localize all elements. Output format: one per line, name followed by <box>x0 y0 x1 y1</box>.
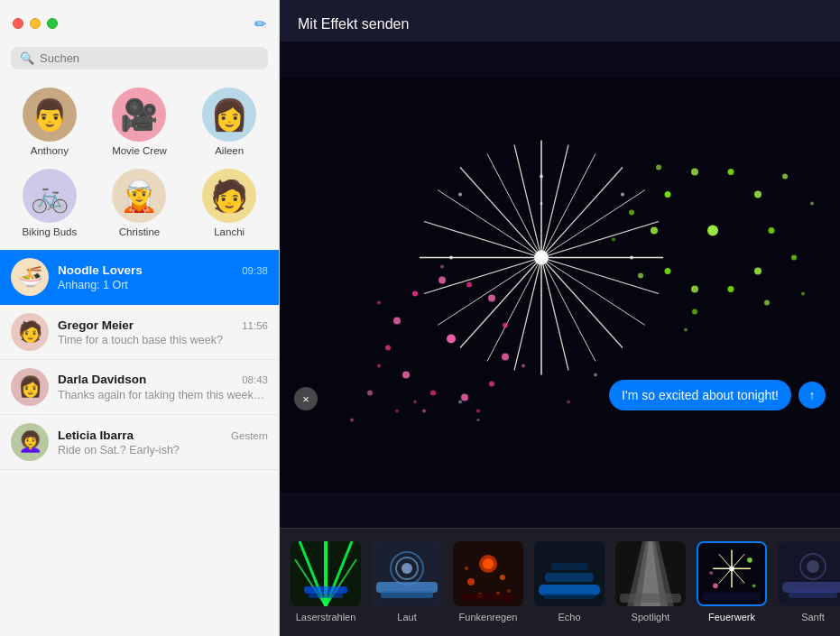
svg-rect-90 <box>309 594 343 598</box>
sidebar: ✏︎ 🔍 👨 Anthony 🎥 Movie Crew 👩 Aileen 🚲 B… <box>0 0 280 636</box>
svg-rect-106 <box>462 594 514 601</box>
effect-laserstrahlen[interactable]: Laserstrahlen <box>287 538 365 626</box>
avatar-leticia-ibarra: 👩‍🦱 <box>11 423 49 461</box>
svg-point-30 <box>458 193 462 197</box>
conv-time-gregor: 11:56 <box>242 320 268 331</box>
svg-point-37 <box>402 372 410 379</box>
svg-point-136 <box>807 560 819 573</box>
svg-point-130 <box>709 571 713 575</box>
conversation-content-leticia: Leticia Ibarra Gestern Ride on Sat.? Ear… <box>58 429 268 456</box>
svg-point-99 <box>483 558 494 569</box>
svg-point-46 <box>377 301 381 305</box>
contact-biking-buds[interactable]: 🚲 Biking Buds <box>7 165 92 241</box>
svg-point-39 <box>461 394 468 401</box>
svg-point-74 <box>367 391 373 396</box>
conv-preview-gregor: Time for a touch base this week? <box>58 334 268 346</box>
effect-thumb-spotlight <box>615 541 686 606</box>
conversation-content-darla: Darla Davidson 08:43 Thanks again for ta… <box>58 373 268 401</box>
effect-thumb-echo <box>534 541 605 606</box>
conversation-content-noodle-lovers: Noodle Lovers 09:38 Anhang: 1 Ort <box>58 263 268 291</box>
contact-movie-crew[interactable]: 🎥 Movie Crew <box>97 84 182 160</box>
effect-thumb-funkenregen <box>453 541 523 606</box>
traffic-lights <box>13 18 58 29</box>
contact-name-movie-crew: Movie Crew <box>112 145 167 156</box>
contact-anthony[interactable]: 👨 Anthony <box>7 84 92 160</box>
svg-rect-109 <box>545 573 594 582</box>
effect-label-laserstrahlen: Laserstrahlen <box>296 612 356 622</box>
svg-point-127 <box>713 583 718 588</box>
effect-funkenregen[interactable]: Funkenregen <box>449 538 527 626</box>
main-content: Mit Effekt senden <box>280 0 840 636</box>
svg-point-43 <box>488 295 495 302</box>
svg-rect-93 <box>381 591 433 598</box>
close-window-button[interactable] <box>13 18 23 29</box>
contact-name-biking-buds: Biking Buds <box>22 226 77 237</box>
svg-rect-134 <box>789 591 837 598</box>
minimize-window-button[interactable] <box>30 18 41 29</box>
svg-point-82 <box>567 401 570 404</box>
conversation-leticia-ibarra[interactable]: 👩‍🦱 Leticia Ibarra Gestern Ride on Sat.?… <box>0 415 279 470</box>
titlebar: ✏︎ <box>0 0 279 47</box>
conv-preview-noodle-lovers: Anhang: 1 Ort <box>58 279 268 291</box>
svg-rect-110 <box>551 563 587 570</box>
avatar-christine: 🧝 <box>112 169 166 223</box>
svg-point-100 <box>467 578 475 585</box>
svg-point-34 <box>412 291 418 297</box>
effect-title: Mit Effekt senden <box>280 0 840 41</box>
effect-feuerwerk[interactable]: Feuerwerk <box>693 538 771 626</box>
svg-rect-131 <box>703 593 762 601</box>
svg-point-61 <box>728 169 734 175</box>
maximize-window-button[interactable] <box>47 18 58 29</box>
svg-point-60 <box>754 191 762 198</box>
avatar-movie-crew: 🎥 <box>112 88 166 142</box>
effect-spotlight[interactable]: Spotlight <box>612 538 689 626</box>
fireworks-svg <box>280 41 840 528</box>
effect-sanft[interactable]: Sanft <box>774 538 840 626</box>
effect-laut[interactable]: Laut <box>368 538 446 626</box>
compose-button[interactable]: ✏︎ <box>254 15 266 32</box>
svg-point-77 <box>413 401 417 404</box>
effect-thumb-laserstrahlen <box>291 541 361 606</box>
svg-point-79 <box>477 419 480 421</box>
conv-time-noodle-lovers: 09:38 <box>242 265 268 276</box>
svg-point-33 <box>447 335 456 344</box>
effect-echo[interactable]: Echo <box>531 538 608 626</box>
svg-point-126 <box>729 566 734 571</box>
svg-rect-0 <box>280 78 840 493</box>
contact-aileen[interactable]: 👩 Aileen <box>187 84 272 160</box>
svg-point-70 <box>810 202 814 206</box>
svg-point-42 <box>503 323 508 328</box>
svg-point-29 <box>621 193 624 197</box>
svg-point-62 <box>691 169 698 176</box>
effect-thumb-sanft <box>778 541 840 606</box>
svg-point-32 <box>449 256 453 260</box>
conversation-darla-davidson[interactable]: 👩 Darla Davidson 08:43 Thanks again for … <box>0 360 279 415</box>
effect-label-echo: Echo <box>558 612 580 622</box>
contact-christine[interactable]: 🧝 Christine <box>97 165 182 241</box>
svg-point-36 <box>385 346 391 351</box>
close-effect-button[interactable]: × <box>294 387 318 410</box>
svg-point-58 <box>754 268 762 275</box>
conv-header-darla: Darla Davidson 08:43 <box>58 373 268 386</box>
svg-rect-89 <box>304 586 347 594</box>
message-bubble-area: I'm so excited about tonight! ↑ <box>609 380 826 410</box>
svg-point-40 <box>489 382 494 387</box>
contact-lanchi[interactable]: 🧑 Lanchi <box>187 165 272 241</box>
svg-point-96 <box>402 563 412 574</box>
pinned-contacts: 👨 Anthony 🎥 Movie Crew 👩 Aileen 🚲 Biking… <box>0 78 279 250</box>
svg-point-54 <box>651 227 658 235</box>
fireworks-display: I'm so excited about tonight! ↑ × <box>280 41 840 528</box>
svg-point-105 <box>507 589 511 593</box>
conversation-noodle-lovers[interactable]: 🍜 Noodle Lovers 09:38 Anhang: 1 Ort <box>0 250 279 305</box>
svg-point-50 <box>377 364 381 368</box>
svg-point-56 <box>691 286 698 293</box>
svg-point-28 <box>540 202 543 205</box>
conversation-gregor-meier[interactable]: 🧑 Gregor Meier 11:56 Time for a touch ba… <box>0 305 279 360</box>
avatar-lanchi: 🧑 <box>202 169 256 223</box>
effect-thumb-laut <box>372 541 442 606</box>
search-input[interactable] <box>40 51 259 65</box>
send-button[interactable]: ↑ <box>798 382 826 409</box>
effects-bar: Laserstrahlen Laut <box>280 528 840 636</box>
search-bar[interactable]: 🔍 <box>11 47 268 69</box>
svg-point-64 <box>791 255 797 261</box>
